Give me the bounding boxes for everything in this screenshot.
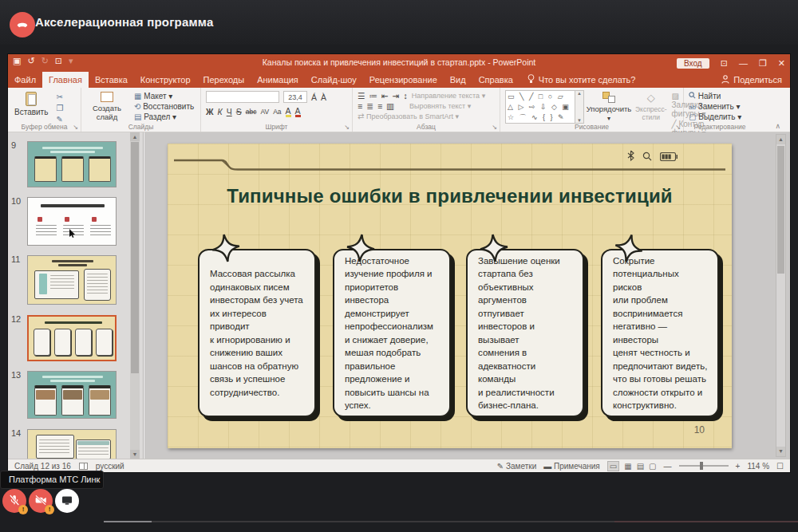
align-text-button[interactable]: Выровнять текст ▾ — [409, 102, 471, 110]
lightbulb-icon — [527, 74, 535, 85]
comments-button[interactable]: ▬ Примечания — [543, 462, 600, 471]
text-direction-button[interactable]: Направление текста ▾ — [412, 92, 485, 100]
increase-indent-icon[interactable]: ⇥ — [393, 91, 400, 100]
share-button[interactable]: Поделиться — [721, 72, 782, 88]
paste-button[interactable]: Вставить — [14, 92, 48, 124]
tab-slideshow[interactable]: Слайд-шоу — [305, 72, 363, 88]
slide-thumbnail-12[interactable] — [27, 315, 117, 361]
tab-transitions[interactable]: Переходы — [197, 72, 251, 88]
layout-button[interactable]: ▦ Макет ▾ — [134, 92, 194, 100]
close-button[interactable]: ✕ — [778, 54, 785, 72]
tab-design[interactable]: Конструктор — [134, 72, 197, 88]
drawing-dialog-launcher[interactable]: ↘ — [675, 124, 681, 131]
slide-12[interactable]: Типичные ошибки в привлечении инвестиций… — [168, 144, 732, 448]
zoom-out-icon[interactable]: — — [664, 462, 672, 471]
mistake-card-4[interactable]: Сокрытие потенциальных рисков или пробле… — [601, 249, 719, 417]
character-spacing-icon[interactable]: AV — [260, 108, 269, 116]
camera-off-button[interactable]: ! — [29, 489, 53, 513]
strikethrough-icon[interactable]: S — [236, 107, 242, 116]
tab-file[interactable]: Файл — [8, 72, 42, 88]
clipboard-dialog-launcher[interactable]: ↘ — [73, 124, 78, 131]
paragraph-dialog-launcher[interactable]: ↘ — [492, 124, 497, 131]
shapes-scrollbar[interactable]: ▲ ▼ — [575, 90, 584, 124]
numbering-icon[interactable]: ≔ — [369, 91, 377, 100]
select-button[interactable]: ▢ Выделить ▾ — [689, 112, 753, 121]
tab-review[interactable]: Рецензирование — [363, 72, 444, 88]
bullets-icon[interactable]: ☰ — [358, 91, 365, 100]
zoom-slider-handle[interactable] — [700, 462, 703, 470]
slide-thumbnail-13[interactable] — [27, 371, 117, 419]
slide-sorter-icon[interactable]: ▦ — [624, 462, 631, 471]
mistake-card-2[interactable]: Недостаточное изучение профиля и приорит… — [333, 249, 451, 417]
italic-icon[interactable]: К — [218, 107, 223, 116]
highlight-color-icon[interactable]: А — [286, 106, 291, 116]
shapes-gallery[interactable]: ▭ ╲ ╱ □ ○ ▱ △ ▷ ⇨ ⇩ ◇ ▣ ☆ ⌒ ∿ { } ✎ — [505, 90, 575, 124]
end-call-button[interactable] — [10, 12, 35, 37]
section-button[interactable]: ▤ Раздел ▾ — [134, 112, 194, 121]
zoom-slider[interactable] — [679, 465, 729, 467]
tab-view[interactable]: Вид — [444, 72, 472, 88]
screen-share-button[interactable] — [55, 489, 79, 513]
decrease-indent-icon[interactable]: ⇤ — [381, 91, 389, 100]
replace-button[interactable]: ab Заменить ▾ — [689, 102, 753, 111]
underline-icon[interactable]: Ч — [227, 107, 232, 116]
new-slide-icon — [101, 92, 113, 102]
canvas-scrollbar[interactable]: ▲ ▼ — [776, 134, 786, 457]
login-button[interactable]: Вход — [677, 58, 709, 69]
fit-to-window-icon[interactable]: ☐ — [776, 462, 784, 471]
zoom-in-icon[interactable]: + — [736, 462, 741, 471]
normal-view-icon[interactable]: ▭ — [607, 461, 619, 471]
cut-icon[interactable]: ✂ — [56, 93, 63, 101]
spellcheck-icon[interactable] — [79, 463, 88, 470]
font-size-input[interactable]: 23,4 — [283, 91, 307, 103]
reading-view-icon[interactable]: ▤ — [637, 462, 644, 471]
tab-insert[interactable]: Вставка — [89, 72, 134, 88]
tab-help[interactable]: Справка — [472, 72, 519, 88]
shrink-font-icon[interactable]: А̀ — [321, 93, 326, 102]
restore-button[interactable]: ❐ — [759, 54, 767, 72]
smartart-button[interactable]: ⇄ Преобразовать в SmartArt ▾ — [358, 112, 459, 120]
notes-button[interactable]: ✎ Заметки — [497, 462, 536, 471]
collapse-ribbon-icon[interactable]: ∧ — [775, 122, 780, 130]
copy-icon[interactable]: ❐ — [56, 104, 63, 112]
zoom-level[interactable]: 114 % — [747, 462, 769, 471]
slideshow-view-icon[interactable]: ▢ — [649, 462, 656, 471]
align-center-icon[interactable]: ≣ — [366, 101, 373, 111]
group-slides: Создать слайд ▦ Макет ▾ ⟲ Восстановить ▤… — [81, 88, 201, 132]
columns-icon[interactable]: ▥ — [386, 101, 394, 111]
slide-thumbnail-11[interactable] — [27, 255, 117, 305]
thumb-scroll-down-icon[interactable]: ▼ — [130, 450, 140, 459]
canvas-scroll-down-icon[interactable]: ▼ — [776, 447, 785, 456]
change-case-icon[interactable]: Aa — [273, 108, 281, 116]
find-button[interactable]: Найти — [689, 92, 753, 100]
canvas-scroll-up-icon[interactable]: ▲ — [776, 135, 785, 144]
slide-canvas: Типичные ошибки в привлечении инвестиций… — [144, 132, 790, 459]
new-slide-button[interactable]: Создать слайд — [88, 92, 126, 121]
line-spacing-icon[interactable]: ↕ — [404, 91, 408, 100]
font-name-input[interactable] — [206, 91, 279, 103]
microphone-muted-button[interactable]: ! — [2, 489, 26, 513]
ribbon-display-icon[interactable]: ⊡ — [721, 54, 728, 72]
minimize-button[interactable]: — — [739, 54, 748, 72]
thumbnail-scrollbar[interactable]: ▲ ▼ — [130, 132, 140, 459]
slide-thumbnail-10[interactable] — [27, 197, 117, 246]
thumb-scroll-up-icon[interactable]: ▲ — [130, 132, 140, 141]
bold-icon[interactable]: Ж — [206, 107, 214, 116]
mistake-card-1[interactable]: Массовая рассылка одинаковых писем инвес… — [198, 249, 316, 417]
language-indicator[interactable]: русский — [96, 462, 124, 471]
font-dialog-launcher[interactable]: ↘ — [344, 124, 350, 131]
tell-me-box[interactable]: Что вы хотите сделать? — [519, 72, 644, 88]
slide-thumbnail-9[interactable] — [27, 141, 117, 187]
meeting-topbar: Акселерационная программа — [0, 0, 798, 45]
grow-font-icon[interactable]: А́ — [311, 93, 317, 102]
tab-home[interactable]: Главная — [42, 72, 89, 88]
tab-animations[interactable]: Анимация — [251, 72, 305, 88]
align-left-icon[interactable]: ≡ — [358, 101, 362, 111]
mistake-card-3[interactable]: Завышение оценки стартапа без объективны… — [466, 249, 584, 417]
font-color-icon[interactable]: А — [295, 106, 301, 116]
strike-abc-icon[interactable]: abc — [246, 108, 257, 116]
slide-thumbnail-14[interactable] — [27, 429, 117, 459]
reset-button[interactable]: ⟲ Восстановить — [134, 102, 194, 111]
align-right-icon[interactable]: ≡ — [377, 101, 382, 111]
shapes-up-icon[interactable]: ▲ — [577, 91, 582, 96]
